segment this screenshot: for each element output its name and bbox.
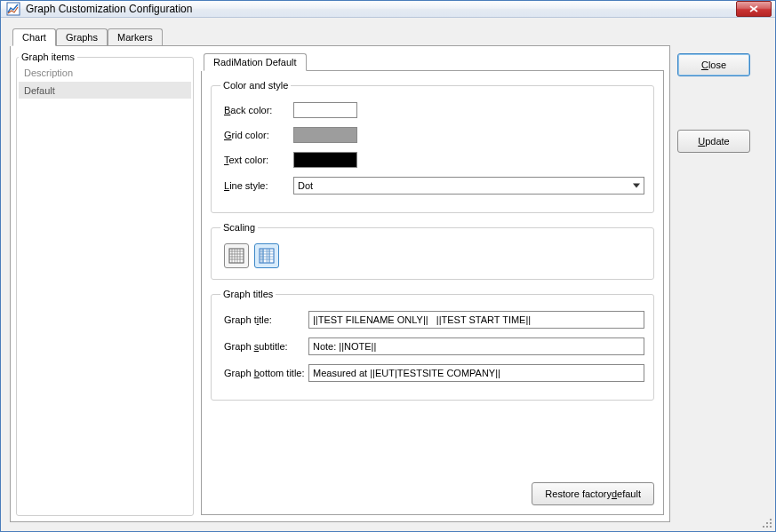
graph-items-list: Default [19, 83, 191, 99]
list-item[interactable]: Default [19, 83, 191, 99]
color-style-group: Color and style Back color: Grid color: [211, 80, 654, 213]
inner-tab-radimation-default[interactable]: RadiMation Default [204, 53, 307, 71]
graph-subtitle-label: Graph subtitle: [224, 341, 308, 352]
grid-color-label: Grid color: [224, 130, 293, 140]
update-button[interactable]: Update [677, 130, 750, 153]
tab-markers[interactable]: Markers [108, 28, 163, 45]
tab-chart[interactable]: Chart [12, 28, 56, 46]
row-grid-color: Grid color: [224, 127, 644, 143]
grid-color-swatch[interactable] [293, 127, 357, 143]
svg-rect-27 [766, 526, 768, 528]
row-text-color: Text color: [224, 152, 644, 168]
svg-rect-23 [770, 519, 772, 520]
window-close-button[interactable] [736, 1, 772, 17]
row-graph-bottom-title: Graph bottom title: [224, 364, 644, 382]
main-pane: Chart Graphs Markers Graph items Descrip… [10, 27, 670, 522]
inner-tab-body: Color and style Back color: Grid color: [201, 71, 664, 515]
row-line-style: Line style: Dot [224, 177, 644, 195]
tab-chart-content: Graph items Description Default RadiMati… [16, 52, 664, 516]
svg-rect-25 [770, 522, 772, 524]
back-color-label: Back color: [224, 105, 293, 115]
graph-bottom-title-input[interactable] [308, 364, 644, 382]
titles-group: Graph titles Graph title: Graph subtitle… [211, 289, 654, 401]
graph-title-label: Graph title: [224, 314, 308, 325]
client-area: Chart Graphs Markers Graph items Descrip… [1, 18, 775, 531]
svg-rect-3 [229, 249, 244, 263]
color-style-legend: Color and style [220, 80, 291, 91]
tab-graphs[interactable]: Graphs [56, 28, 108, 45]
resize-grip[interactable] [761, 517, 773, 529]
row-back-color: Back color: [224, 102, 644, 118]
app-icon [6, 2, 20, 16]
close-button[interactable]: Close [677, 53, 750, 76]
chevron-down-icon [633, 184, 640, 188]
graph-bottom-title-label: Graph bottom title: [224, 368, 308, 378]
back-color-swatch[interactable] [293, 102, 357, 118]
graph-items-legend: Graph items [19, 52, 77, 62]
svg-rect-24 [766, 522, 768, 524]
svg-rect-28 [770, 526, 772, 528]
inner-tabstrip: RadiMation Default [204, 52, 664, 71]
graph-title-input[interactable] [308, 311, 644, 329]
text-color-swatch[interactable] [293, 152, 357, 168]
window-root: Graph Customization Configuration Chart … [0, 0, 776, 532]
detail-column: RadiMation Default Color and style Back … [201, 52, 664, 516]
row-graph-subtitle: Graph subtitle: [224, 337, 644, 355]
restore-default-button[interactable]: Restore factory default [532, 482, 654, 505]
restore-row: Restore factory default [532, 482, 654, 505]
graph-items-header: Description [19, 64, 191, 83]
scaling-log-button[interactable] [254, 243, 279, 268]
titlebar: Graph Customization Configuration [1, 1, 775, 18]
graph-subtitle-input[interactable] [308, 337, 644, 355]
scaling-linear-button[interactable] [224, 243, 249, 268]
line-style-label: Line style: [224, 180, 293, 191]
scaling-buttons [224, 243, 641, 268]
titles-legend: Graph titles [220, 289, 276, 299]
tab-body: Graph items Description Default RadiMati… [10, 46, 670, 522]
scaling-group: Scaling [211, 222, 654, 280]
graph-items-group: Graph items Description Default [16, 52, 194, 516]
row-graph-title: Graph title: [224, 311, 644, 329]
right-panel: Close Update [677, 27, 766, 522]
line-style-combo[interactable]: Dot [293, 177, 644, 195]
svg-rect-26 [763, 526, 764, 528]
line-style-value: Dot [298, 180, 313, 191]
window-title: Graph Customization Configuration [26, 3, 736, 15]
text-color-label: Text color: [224, 155, 293, 165]
scaling-legend: Scaling [220, 222, 258, 233]
main-tabstrip: Chart Graphs Markers [12, 27, 670, 46]
